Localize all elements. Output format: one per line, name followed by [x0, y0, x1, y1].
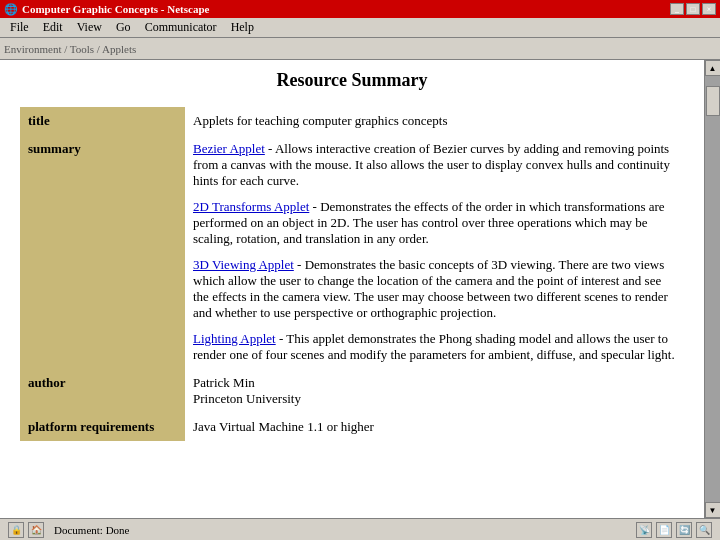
status-icon-6[interactable]: 🔍 [696, 522, 712, 538]
status-left: 🔒 🏠 [8, 522, 44, 538]
page-title: Resource Summary [20, 70, 684, 91]
value-summary: Bezier Applet - Allows interactive creat… [185, 135, 684, 369]
label-platform: platform requirements [20, 413, 185, 441]
3d-viewing-link[interactable]: 3D Viewing Applet [193, 257, 294, 272]
window-title: Computer Graphic Concepts - Netscape [22, 3, 209, 15]
lighting-applet-link[interactable]: Lighting Applet [193, 331, 276, 346]
bezier-applet-desc: - Allows interactive creation of Bezier … [193, 141, 670, 188]
browser-content: Resource Summary title Applets for teach… [0, 60, 720, 518]
summary-para-2: 2D Transforms Applet - Demonstrates the … [193, 199, 676, 247]
title-bar: 🌐 Computer Graphic Concepts - Netscape _… [0, 0, 720, 18]
table-row: title Applets for teaching computer grap… [20, 107, 684, 135]
status-icon-5[interactable]: 🔄 [676, 522, 692, 538]
close-button[interactable]: × [702, 3, 716, 15]
scroll-thumb[interactable] [706, 86, 720, 116]
content-area: Resource Summary title Applets for teach… [0, 60, 704, 518]
status-icon-3[interactable]: 📡 [636, 522, 652, 538]
author-affiliation: Princeton University [193, 391, 676, 407]
value-author: Patrick Min Princeton University [185, 369, 684, 413]
bezier-applet-link[interactable]: Bezier Applet [193, 141, 265, 156]
toolbar: Environment / Tools / Applets [0, 38, 720, 60]
value-title: Applets for teaching computer graphics c… [185, 107, 684, 135]
maximize-button[interactable]: □ [686, 3, 700, 15]
app-icon: 🌐 [4, 3, 18, 16]
status-bar: 🔒 🏠 Document: Done 📡 📄 🔄 🔍 [0, 518, 720, 540]
summary-para-3: 3D Viewing Applet - Demonstrates the bas… [193, 257, 676, 321]
title-bar-left: 🌐 Computer Graphic Concepts - Netscape [4, 3, 209, 16]
summary-para-1: Bezier Applet - Allows interactive creat… [193, 141, 676, 189]
resource-table: title Applets for teaching computer grap… [20, 107, 684, 441]
scroll-track[interactable] [705, 76, 721, 502]
scrollbar[interactable]: ▲ ▼ [704, 60, 720, 518]
summary-para-4: Lighting Applet - This applet demonstrat… [193, 331, 676, 363]
2d-transforms-link[interactable]: 2D Transforms Applet [193, 199, 309, 214]
value-platform: Java Virtual Machine 1.1 or higher [185, 413, 684, 441]
breadcrumb: Environment / Tools / Applets [4, 43, 136, 55]
label-title: title [20, 107, 185, 135]
status-icon-4[interactable]: 📄 [656, 522, 672, 538]
menu-communicator[interactable]: Communicator [139, 19, 223, 36]
status-icon-2[interactable]: 🏠 [28, 522, 44, 538]
label-author: author [20, 369, 185, 413]
menu-help[interactable]: Help [225, 19, 260, 36]
menu-go[interactable]: Go [110, 19, 137, 36]
label-summary: summary [20, 135, 185, 369]
status-text: Document: Done [54, 524, 626, 536]
table-row: summary Bezier Applet - Allows interacti… [20, 135, 684, 369]
minimize-button[interactable]: _ [670, 3, 684, 15]
title-bar-controls[interactable]: _ □ × [670, 3, 716, 15]
status-icon-1[interactable]: 🔒 [8, 522, 24, 538]
menu-bar: File Edit View Go Communicator Help [0, 18, 720, 38]
scroll-down-button[interactable]: ▼ [705, 502, 721, 518]
scroll-up-button[interactable]: ▲ [705, 60, 721, 76]
status-right: 📡 📄 🔄 🔍 [636, 522, 712, 538]
table-row: author Patrick Min Princeton University [20, 369, 684, 413]
table-row: platform requirements Java Virtual Machi… [20, 413, 684, 441]
menu-file[interactable]: File [4, 19, 35, 36]
author-name: Patrick Min [193, 375, 676, 391]
menu-view[interactable]: View [71, 19, 108, 36]
menu-edit[interactable]: Edit [37, 19, 69, 36]
